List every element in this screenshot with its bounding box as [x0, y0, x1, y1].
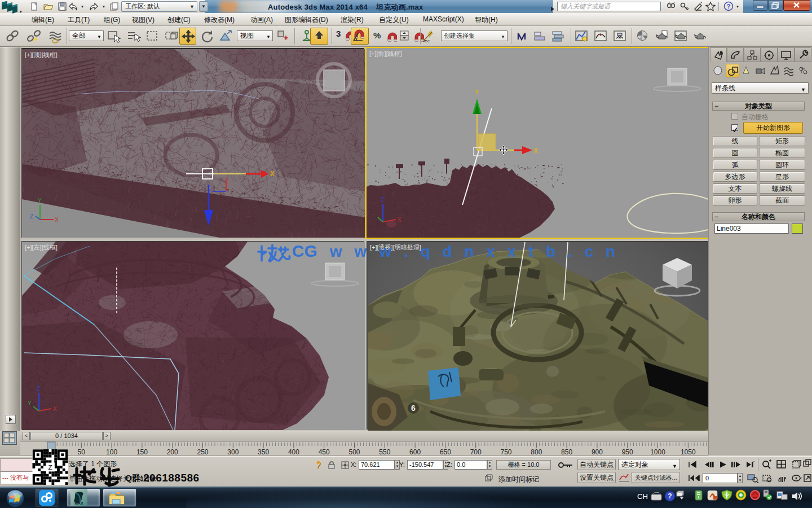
svg-text:250: 250	[197, 448, 208, 456]
svg-text:1000: 1000	[650, 448, 665, 456]
svg-text:350: 350	[258, 448, 269, 456]
svg-text:6: 6	[411, 404, 416, 413]
svg-text:X: X	[270, 170, 275, 178]
svg-text:950: 950	[622, 448, 633, 456]
svg-text:Y: Y	[475, 89, 479, 95]
svg-text:Y: Y	[38, 198, 42, 204]
svg-text:900: 900	[592, 448, 603, 456]
svg-text:?: ?	[727, 3, 731, 10]
svg-text:700: 700	[470, 448, 482, 456]
svg-text:Z: Z	[30, 213, 33, 220]
svg-text:100: 100	[106, 448, 117, 456]
svg-text:400: 400	[288, 448, 299, 456]
svg-text:MAX: MAX	[74, 501, 83, 505]
svg-text:800: 800	[531, 448, 542, 456]
svg-text:Z: Z	[37, 386, 40, 392]
svg-text:?: ?	[668, 492, 672, 500]
svg-text:50: 50	[78, 448, 86, 456]
svg-text:X: X	[398, 217, 401, 223]
svg-text:300: 300	[227, 448, 239, 456]
svg-text:X: X	[533, 147, 538, 155]
svg-text:Y: Y	[28, 400, 32, 406]
svg-text:⚡: ⚡	[32, 36, 39, 43]
svg-text:X: X	[55, 217, 59, 223]
svg-text:500: 500	[348, 448, 360, 456]
svg-text:850: 850	[561, 448, 572, 456]
svg-text:Z: Z	[48, 463, 52, 471]
svg-text:Z: Z	[381, 196, 384, 203]
svg-text:%: %	[373, 30, 381, 40]
svg-text:ABC: ABC	[423, 40, 430, 43]
svg-text:1050: 1050	[681, 448, 696, 456]
svg-text:150: 150	[136, 448, 148, 456]
svg-text:550: 550	[379, 448, 390, 456]
svg-text:600: 600	[409, 448, 421, 456]
svg-text:650: 650	[440, 448, 451, 456]
svg-text:750: 750	[500, 448, 511, 456]
svg-text:450: 450	[319, 448, 330, 456]
svg-text:200: 200	[167, 448, 178, 456]
svg-text:X: X	[53, 406, 57, 412]
